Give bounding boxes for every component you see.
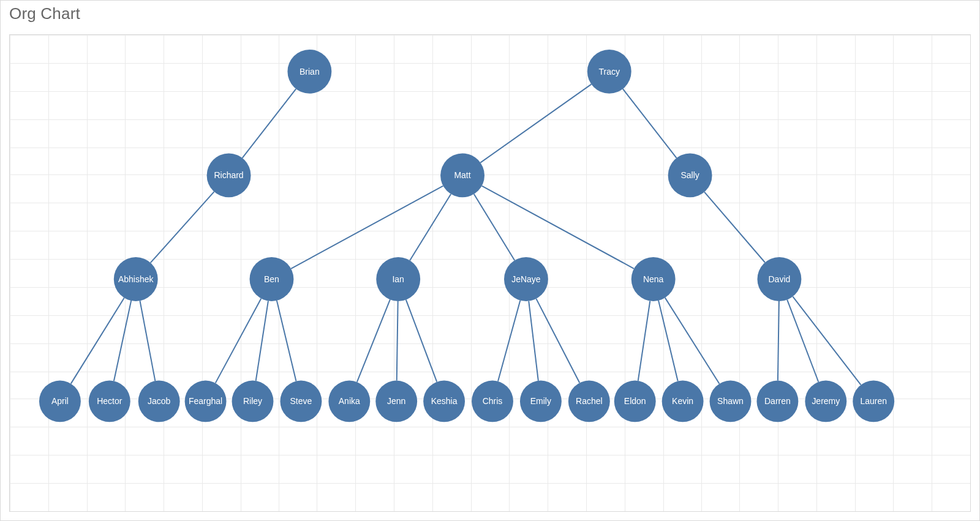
- org-edge: [114, 301, 131, 381]
- org-node-steve[interactable]: Steve: [280, 381, 322, 422]
- org-node-label: Abhishek: [118, 274, 154, 284]
- org-node-shawn[interactable]: Shawn: [710, 381, 752, 422]
- org-node-jenn[interactable]: Jenn: [375, 381, 417, 422]
- org-node-label: Jacob: [148, 396, 171, 406]
- org-node-david[interactable]: David: [757, 257, 801, 301]
- org-node-label: Riley: [243, 396, 262, 406]
- edge-layer: [71, 84, 861, 385]
- org-edge: [536, 299, 579, 383]
- org-node-kevin[interactable]: Kevin: [662, 381, 704, 422]
- org-node-jeremy[interactable]: Jeremy: [805, 381, 846, 422]
- org-node-label: Sally: [680, 170, 699, 180]
- org-node-label: Brian: [300, 67, 320, 77]
- org-edge: [291, 186, 443, 269]
- org-node-jenaye[interactable]: JeNaye: [504, 257, 548, 301]
- org-edge: [151, 192, 214, 263]
- org-edge: [474, 194, 514, 260]
- org-edge: [704, 192, 765, 263]
- org-node-hector[interactable]: Hector: [89, 381, 130, 422]
- org-node-label: Steve: [290, 396, 312, 406]
- org-node-label: Kevin: [672, 396, 693, 406]
- org-edge: [529, 301, 538, 381]
- org-edge: [480, 84, 591, 163]
- org-node-tracy[interactable]: Tracy: [587, 50, 631, 94]
- org-node-riley[interactable]: Riley: [232, 381, 274, 422]
- org-edge: [406, 300, 437, 382]
- org-edge: [778, 301, 779, 381]
- org-node-rachel[interactable]: Rachel: [568, 381, 610, 422]
- org-node-brian[interactable]: Brian: [287, 50, 331, 94]
- org-node-label: Jenn: [387, 396, 405, 406]
- org-node-eldon[interactable]: Eldon: [614, 381, 656, 422]
- org-node-sally[interactable]: Sally: [668, 154, 712, 198]
- org-edge: [665, 298, 720, 383]
- org-node-label: Anika: [339, 396, 360, 406]
- org-edge: [256, 301, 268, 380]
- org-node-april[interactable]: April: [39, 381, 81, 422]
- org-node-label: Nena: [643, 274, 664, 284]
- org-node-label: Lauren: [860, 396, 887, 406]
- org-node-label: Fearghal: [189, 396, 222, 406]
- org-edge: [410, 194, 451, 260]
- org-node-keshia[interactable]: Keshia: [423, 381, 465, 422]
- org-node-chris[interactable]: Chris: [472, 381, 513, 422]
- org-node-label: Keshia: [431, 396, 458, 406]
- org-node-label: Jeremy: [812, 396, 840, 406]
- org-node-abhishek[interactable]: Abhishek: [114, 257, 158, 301]
- panel: Org Chart BrianTracyRichardMattSallyAbhi…: [0, 0, 980, 521]
- org-node-label: David: [769, 274, 791, 284]
- org-node-fearghal[interactable]: Fearghal: [185, 381, 227, 422]
- org-node-label: Hector: [97, 396, 123, 406]
- org-node-lauren[interactable]: Lauren: [853, 381, 894, 422]
- org-node-label: Rachel: [576, 396, 603, 406]
- org-node-label: April: [51, 396, 69, 406]
- org-node-label: Matt: [454, 170, 470, 180]
- org-edge: [140, 301, 155, 381]
- org-node-ian[interactable]: Ian: [376, 257, 420, 301]
- org-edge: [277, 301, 296, 381]
- org-node-label: Richard: [214, 170, 243, 180]
- org-node-ben[interactable]: Ben: [250, 257, 294, 301]
- org-node-label: Darren: [764, 396, 791, 406]
- org-edge: [357, 299, 390, 382]
- org-node-jacob[interactable]: Jacob: [138, 381, 180, 422]
- org-edge: [482, 186, 634, 269]
- org-edge: [638, 301, 650, 380]
- org-node-label: Eldon: [624, 396, 646, 406]
- org-node-label: Ian: [392, 274, 404, 284]
- org-node-label: JeNaye: [511, 274, 541, 284]
- org-chart-svg: BrianTracyRichardMattSallyAbhishekBenIan…: [10, 35, 970, 511]
- node-layer: BrianTracyRichardMattSallyAbhishekBenIan…: [39, 50, 894, 422]
- org-node-label: Emily: [530, 396, 551, 406]
- org-node-darren[interactable]: Darren: [756, 381, 798, 422]
- org-node-nena[interactable]: Nena: [631, 257, 676, 301]
- org-node-label: Chris: [483, 396, 503, 406]
- org-node-label: Ben: [264, 274, 279, 284]
- org-node-label: Tracy: [599, 67, 620, 77]
- org-node-label: Shawn: [717, 396, 744, 406]
- org-edge: [787, 300, 818, 382]
- org-node-matt[interactable]: Matt: [440, 154, 484, 198]
- org-edge: [397, 301, 398, 381]
- panel-title: Org Chart: [9, 4, 80, 23]
- org-chart-area[interactable]: BrianTracyRichardMattSallyAbhishekBenIan…: [9, 34, 971, 512]
- org-node-anika[interactable]: Anika: [328, 381, 370, 422]
- org-node-emily[interactable]: Emily: [520, 381, 562, 422]
- org-node-richard[interactable]: Richard: [207, 154, 251, 198]
- org-edge: [216, 299, 262, 383]
